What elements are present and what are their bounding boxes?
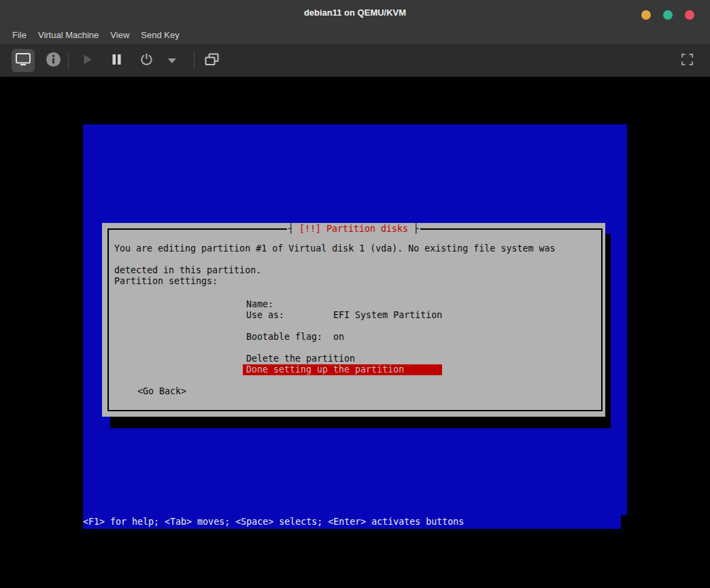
displays-icon — [205, 53, 219, 69]
menu-send-key[interactable]: Send Key — [141, 26, 179, 44]
vm-details-button[interactable] — [41, 49, 65, 72]
pause-button[interactable] — [105, 49, 128, 72]
window-control-close[interactable] — [685, 10, 694, 20]
shutdown-button[interactable] — [135, 49, 158, 72]
toolbar — [0, 44, 710, 77]
go-back-button[interactable]: <Go Back> — [137, 386, 186, 397]
power-icon — [140, 53, 153, 69]
graphical-console-button[interactable] — [12, 49, 35, 72]
border-tick-right: ├ — [408, 224, 419, 234]
toolbar-separator — [194, 52, 195, 69]
info-icon — [46, 52, 61, 70]
border-tick-left: ┤ — [288, 224, 299, 234]
menu-row-name[interactable]: Name: — [246, 299, 442, 310]
menu-view[interactable]: View — [110, 26, 129, 44]
partition-settings-menu: Name: Use as: EFI System Partition Boota… — [246, 299, 442, 375]
menu-row-bootable-flag[interactable]: Bootable flag: on — [246, 332, 442, 343]
shutdown-options-button[interactable] — [163, 49, 182, 72]
intro-line-1: You are editing partition #1 of Virtual … — [114, 243, 555, 254]
menu-row-spacer — [246, 343, 442, 353]
menu-row-use-as[interactable]: Use as: EFI System Partition — [246, 310, 442, 321]
menu-row-delete-partition[interactable]: Delete the partition — [246, 353, 442, 364]
chevron-down-icon — [168, 58, 176, 63]
menu-virtual-machine[interactable]: Virtual Machine — [38, 26, 99, 44]
dialog-title: ┤ [!!] Partition disks ├ — [287, 223, 420, 235]
menu-file[interactable]: File — [12, 26, 27, 44]
run-button[interactable] — [75, 49, 99, 72]
dialog-title-text: [!!] Partition disks — [299, 224, 408, 234]
virtual-displays-button[interactable] — [200, 49, 223, 72]
pause-icon — [111, 54, 122, 68]
intro-line-2: detected in this partition. — [114, 265, 261, 275]
screen-bottom-right-gap — [621, 515, 627, 529]
play-icon — [82, 54, 93, 68]
window-control-minimize[interactable] — [641, 10, 651, 20]
installer-help-line: <F1> for help; <Tab> moves; <Space> sele… — [83, 515, 621, 529]
partition-disks-dialog: ┤ [!!] Partition disks ├ You are editing… — [102, 223, 605, 417]
window-control-maximize[interactable] — [663, 10, 673, 20]
monitor-icon — [16, 53, 31, 69]
window-titlebar: debian11 on QEMU/KVM — [0, 0, 710, 26]
menu-row-spacer — [246, 321, 442, 332]
partition-settings-label: Partition settings: — [114, 276, 218, 287]
menu-row-done-setting-up[interactable]: Done setting up the partition — [243, 364, 442, 375]
fullscreen-button[interactable] — [675, 49, 698, 72]
fullscreen-icon — [681, 54, 693, 68]
dialog-intro-text: You are editing partition #1 of Virtual … — [114, 243, 555, 276]
menubar: File Virtual Machine View Send Key — [0, 26, 710, 44]
window-title: debian11 on QEMU/KVM — [0, 0, 710, 26]
toolbar-separator — [68, 52, 69, 69]
